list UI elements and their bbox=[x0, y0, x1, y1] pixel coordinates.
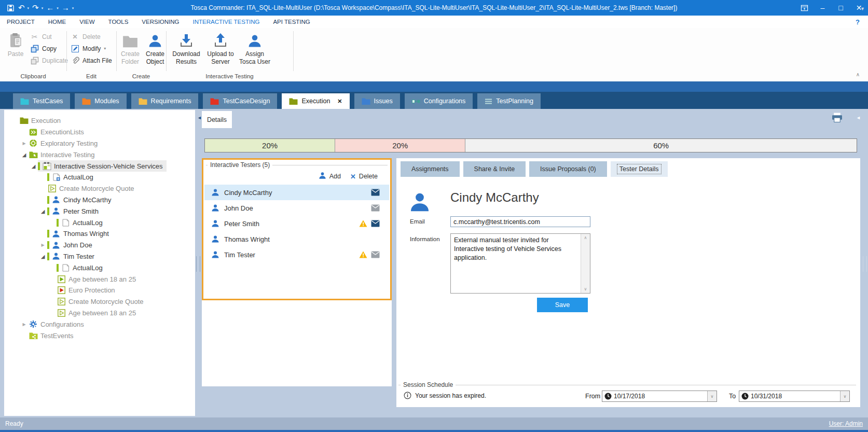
tree-item-exploratory-testing[interactable]: ▶Exploratory Testing bbox=[4, 138, 195, 149]
scroll-up-icon[interactable]: ∧ bbox=[584, 235, 587, 240]
help-icon[interactable]: ? bbox=[856, 18, 868, 26]
tree-item-interactive-session-vehicle-services[interactable]: ◢Interactive Session-Vehicle Services bbox=[4, 160, 195, 172]
expander-open-icon[interactable]: ◢ bbox=[38, 254, 47, 259]
duplicate-button[interactable]: Duplicate bbox=[30, 55, 68, 66]
delete-tester-button[interactable]: ✕ Delete bbox=[350, 173, 378, 180]
tree-item-john-doe[interactable]: ▶John Doe bbox=[4, 240, 195, 251]
close-icon[interactable]: ✕ bbox=[850, 0, 868, 16]
create-object-button[interactable]: Create Object bbox=[143, 30, 167, 66]
undo-dropdown-icon[interactable]: ▾ bbox=[27, 6, 30, 10]
expander-closed-icon[interactable]: ▶ bbox=[20, 141, 29, 146]
attach-file-button[interactable]: Attach File bbox=[71, 55, 112, 66]
tree-item-age-between-18-an-25[interactable]: Age between 18 an 25 bbox=[4, 273, 195, 285]
copy-button[interactable]: Copy bbox=[30, 43, 57, 54]
tester-row-cindy-mccarthy[interactable]: Cindy McCarthy bbox=[204, 185, 389, 200]
detail-tab-share-invite[interactable]: Share & Invite bbox=[463, 161, 526, 177]
detail-tab-issue-proposals-0[interactable]: Issue Proposals (0) bbox=[529, 161, 607, 177]
tree-item-tim-tester[interactable]: ◢Tim Tester bbox=[4, 251, 195, 262]
maximize-icon[interactable]: □ bbox=[832, 0, 850, 16]
from-date-picker[interactable]: 10/17/2018 ∨ bbox=[602, 391, 717, 402]
detail-tab-assignments[interactable]: Assignments bbox=[401, 161, 460, 177]
menu-item-view[interactable]: VIEW bbox=[73, 16, 101, 28]
assign-tosca-user-button[interactable]: Assign Tosca User bbox=[238, 30, 272, 66]
user-admin-link[interactable]: User: Admin bbox=[829, 420, 863, 427]
menu-item-api-testing[interactable]: API TESTING bbox=[266, 16, 316, 28]
delete-button[interactable]: ✕ Delete bbox=[71, 31, 101, 42]
cut-button[interactable]: ✂ Cut bbox=[30, 31, 52, 42]
print-icon[interactable] bbox=[832, 113, 843, 124]
back-icon[interactable]: ← bbox=[45, 0, 56, 16]
modify-button[interactable]: Modify ▾ bbox=[71, 43, 106, 54]
tree-item-create-motorcycle-quote[interactable]: Create Motorcycle Quote bbox=[4, 183, 195, 194]
tree-item-actuallog[interactable]: ActualLog bbox=[4, 262, 195, 273]
tree-item-testevents[interactable]: TestEvents bbox=[4, 330, 195, 341]
tree-item-configurations[interactable]: ▶Configurations bbox=[4, 318, 195, 330]
tree-item-actuallog[interactable]: ActualLog bbox=[4, 172, 195, 183]
modify-dropdown-icon[interactable]: ▾ bbox=[104, 46, 106, 51]
scroll-left-icon[interactable]: ◄ bbox=[197, 115, 202, 120]
ribbon-display-options-icon[interactable] bbox=[795, 0, 814, 16]
expander-open-icon[interactable]: ◢ bbox=[29, 163, 38, 169]
menu-item-project[interactable]: PROJECT bbox=[0, 16, 42, 28]
forward-dropdown-icon[interactable]: ▾ bbox=[72, 6, 74, 10]
menu-item-home[interactable]: HOME bbox=[42, 16, 73, 28]
save-button[interactable]: Save bbox=[537, 298, 588, 312]
save-icon[interactable] bbox=[5, 4, 16, 12]
tab-requirements[interactable]: Requirements bbox=[131, 93, 199, 109]
tree-item-cindy-mccarthy[interactable]: Cindy McCarthy bbox=[4, 194, 195, 206]
tree-item-execution[interactable]: Execution bbox=[4, 115, 195, 127]
scrollbar[interactable]: ∧ ∨ bbox=[581, 234, 590, 293]
tree-item-euro-protection[interactable]: Euro Protection bbox=[4, 285, 195, 296]
tab-configurations[interactable]: Configurations bbox=[405, 93, 473, 109]
tree-item-interactive-testing[interactable]: ◢Interactive Testing bbox=[4, 149, 195, 160]
tab-testplanning[interactable]: TestPlanning bbox=[477, 93, 541, 109]
tab-overflow-icon[interactable]: ▼ bbox=[860, 6, 865, 11]
details-tab[interactable]: Details bbox=[202, 111, 232, 128]
expander-open-icon[interactable]: ◢ bbox=[20, 152, 29, 158]
information-field[interactable]: External manual tester invited for Inter… bbox=[450, 233, 590, 294]
menu-item-versioning[interactable]: VERSIONING bbox=[135, 16, 186, 28]
splitter-grip[interactable] bbox=[863, 256, 867, 272]
download-results-button[interactable]: Download Results bbox=[170, 30, 202, 66]
paste-button[interactable]: Paste bbox=[3, 30, 28, 58]
dropdown-arrow-icon[interactable]: ∨ bbox=[707, 391, 717, 401]
redo-dropdown-icon[interactable]: ▾ bbox=[42, 6, 44, 10]
dropdown-arrow-icon[interactable]: ∨ bbox=[840, 391, 849, 401]
expander-closed-icon[interactable]: ▶ bbox=[38, 243, 47, 247]
detail-tab-tester-details[interactable]: Tester Details bbox=[611, 161, 668, 177]
tester-row-tim-tester[interactable]: Tim Tester bbox=[204, 247, 389, 262]
tester-row-john-doe[interactable]: John Doe bbox=[204, 200, 389, 216]
redo-icon[interactable]: ↷ bbox=[31, 0, 40, 16]
upload-to-server-button[interactable]: Upload to Server bbox=[204, 30, 237, 66]
tab-modules[interactable]: Modules bbox=[75, 93, 126, 109]
scroll-down-icon[interactable]: ∨ bbox=[584, 287, 587, 291]
tester-row-peter-smith[interactable]: Peter Smith bbox=[204, 216, 389, 231]
tab-testcasedesign[interactable]: TestCaseDesign bbox=[203, 93, 277, 109]
email-field[interactable] bbox=[450, 216, 590, 227]
menu-item-interactive-testing[interactable]: INTERACTIVE TESTING bbox=[186, 16, 267, 28]
tab-testcases[interactable]: TestCases bbox=[13, 93, 70, 109]
expander-open-icon[interactable]: ◢ bbox=[38, 208, 47, 214]
expander-closed-icon[interactable]: ▶ bbox=[20, 322, 29, 327]
tree-item-create-motorcycle-quote[interactable]: Create Motorcycle Quote bbox=[4, 296, 195, 308]
add-tester-button[interactable]: Add bbox=[319, 172, 341, 181]
back-dropdown-icon[interactable]: ▾ bbox=[57, 6, 59, 10]
splitter-grip[interactable] bbox=[196, 256, 200, 272]
to-date-picker[interactable]: 10/31/2018 ∨ bbox=[739, 391, 850, 402]
forward-icon[interactable]: → bbox=[60, 0, 71, 16]
close-tab-icon[interactable]: ✕ bbox=[337, 98, 342, 105]
tab-execution[interactable]: Execution✕ bbox=[282, 93, 349, 109]
menu-item-tools[interactable]: TOOLS bbox=[102, 16, 135, 28]
tree-item-age-between-18-an-25[interactable]: Age between 18 an 25 bbox=[4, 308, 195, 319]
tab-issues[interactable]: Issues bbox=[354, 93, 400, 109]
tree-item-executionlists[interactable]: ExecutionLists bbox=[4, 127, 195, 138]
tester-row-thomas-wright[interactable]: Thomas Wright bbox=[204, 231, 389, 247]
undo-icon[interactable]: ↶ bbox=[17, 0, 26, 16]
scroll-right-icon[interactable]: ◄ bbox=[856, 115, 861, 120]
tree-item-thomas-wright[interactable]: Thomas Wright bbox=[4, 228, 195, 240]
tree-item-actuallog[interactable]: ActualLog bbox=[4, 217, 195, 228]
collapse-ribbon-icon[interactable]: ∧ bbox=[856, 72, 860, 77]
create-folder-button[interactable]: Create Folder bbox=[118, 30, 142, 66]
tree-item-peter-smith[interactable]: ◢Peter Smith bbox=[4, 205, 195, 217]
minimize-icon[interactable]: – bbox=[814, 0, 832, 16]
